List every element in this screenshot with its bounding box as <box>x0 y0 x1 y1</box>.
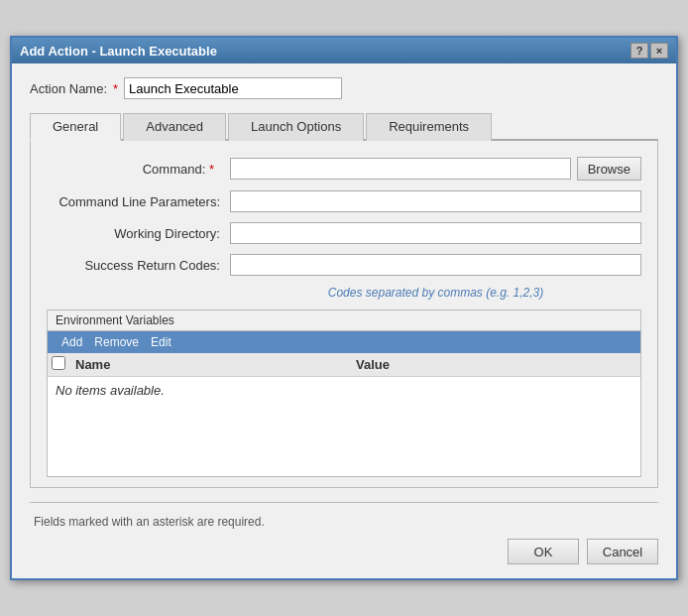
dialog-footer-area: Fields marked with an asterisk are requi… <box>12 502 676 529</box>
success-input[interactable] <box>230 254 641 276</box>
workdir-input[interactable] <box>230 222 641 244</box>
env-section: Environment Variables Add Remove Edit Na… <box>47 309 641 477</box>
command-input-area: Browse <box>230 157 641 181</box>
env-select-all-checkbox[interactable] <box>52 356 65 370</box>
env-remove-button[interactable]: Remove <box>88 334 145 350</box>
tab-requirements[interactable]: Requirements <box>366 113 492 141</box>
cmdline-input[interactable] <box>230 190 641 212</box>
env-toolbar: Add Remove Edit <box>48 331 640 353</box>
dialog-footer: OK Cancel <box>12 529 676 578</box>
action-name-label: Action Name: <box>30 81 107 96</box>
env-table-body: No items available. <box>48 377 640 476</box>
env-check-col <box>52 356 75 373</box>
env-add-button[interactable]: Add <box>56 334 88 350</box>
browse-button[interactable]: Browse <box>577 157 641 181</box>
workdir-row: Working Directory: <box>47 222 641 244</box>
cancel-button[interactable]: Cancel <box>587 539 658 564</box>
dialog-title: Add Action - Launch Executable <box>20 44 217 59</box>
ok-button[interactable]: OK <box>508 539 579 564</box>
success-row: Success Return Codes: <box>47 254 641 276</box>
action-name-required: * <box>113 81 118 96</box>
tab-general[interactable]: General <box>30 113 121 141</box>
cmdline-label: Command Line Parameters: <box>47 194 230 209</box>
close-button[interactable]: × <box>650 43 668 59</box>
tab-advanced[interactable]: Advanced <box>123 113 226 141</box>
help-button[interactable]: ? <box>631 43 648 59</box>
command-label: Command: * <box>47 162 230 177</box>
action-name-input[interactable] <box>124 77 342 99</box>
tabs-bar: General Advanced Launch Options Requirem… <box>30 111 658 141</box>
env-value-col-header: Value <box>356 357 636 372</box>
tab-content-general: Command: * Browse Command Line Parameter… <box>30 141 658 488</box>
command-required: * <box>209 162 214 177</box>
tab-launch-options[interactable]: Launch Options <box>228 113 364 141</box>
footer-separator <box>30 502 658 503</box>
env-edit-button[interactable]: Edit <box>145 334 177 350</box>
action-name-row: Action Name: * <box>30 77 658 99</box>
workdir-label: Working Directory: <box>47 226 230 241</box>
dialog-window: Add Action - Launch Executable ? × Actio… <box>10 36 678 580</box>
titlebar-buttons: ? × <box>631 43 668 59</box>
success-label: Success Return Codes: <box>47 258 230 273</box>
command-row: Command: * Browse <box>47 157 641 181</box>
env-table-header: Name Value <box>48 353 640 377</box>
success-hint: Codes separated by commas (e.g. 1,2,3) <box>230 286 641 300</box>
env-name-col-header: Name <box>75 357 356 372</box>
dialog-body: Action Name: * General Advanced Launch O… <box>12 63 676 502</box>
command-input[interactable] <box>230 158 571 180</box>
dialog-titlebar: Add Action - Launch Executable ? × <box>12 38 676 63</box>
required-note: Fields marked with an asterisk are requi… <box>30 515 658 529</box>
no-items-label: No items available. <box>56 383 165 398</box>
cmdline-row: Command Line Parameters: <box>47 190 641 212</box>
env-title: Environment Variables <box>48 310 640 331</box>
